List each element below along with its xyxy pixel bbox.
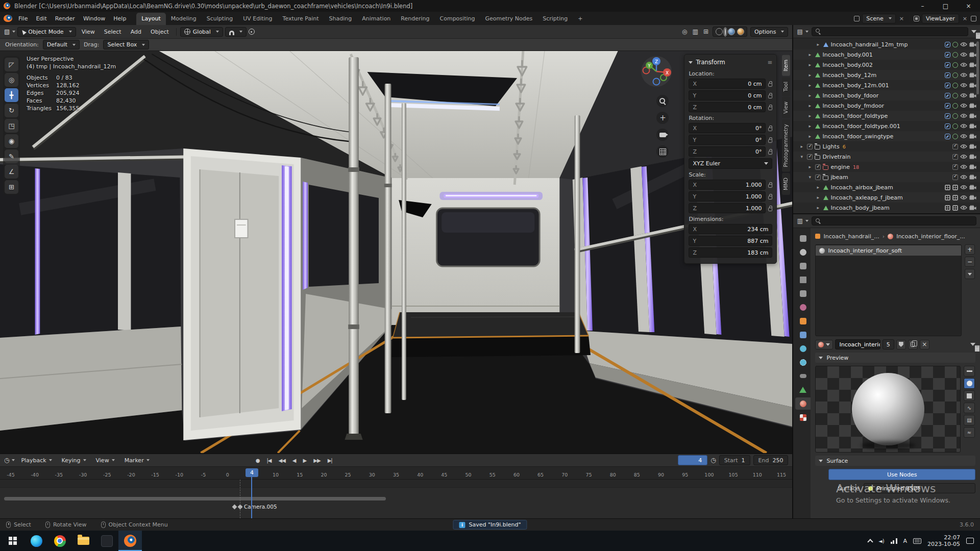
tab-view-layer[interactable] xyxy=(795,273,811,286)
surface-shader-dropdown[interactable]: Principled BSDF xyxy=(864,483,975,493)
viewport-menu[interactable]: Add xyxy=(127,27,145,37)
network-icon[interactable] xyxy=(891,538,897,544)
lock-icon[interactable] xyxy=(768,107,772,110)
expand-arrow-icon[interactable] xyxy=(800,154,805,159)
timeline-editor-type-button[interactable] xyxy=(4,457,15,464)
dimension-field[interactable]: Z183 cm xyxy=(689,247,772,258)
tab-particles[interactable] xyxy=(795,342,811,355)
workspace-tab-sculpting[interactable]: Sculpting xyxy=(202,13,238,25)
hide-in-viewport-icon[interactable] xyxy=(960,154,967,159)
link-icon[interactable] xyxy=(945,93,950,98)
filter-icon[interactable] xyxy=(970,343,975,346)
workspace-tab-layout[interactable]: Layout xyxy=(136,13,165,25)
link-icon[interactable] xyxy=(952,144,958,149)
link-icon[interactable] xyxy=(952,174,958,180)
viewport-menu[interactable]: View xyxy=(78,27,99,37)
maximize-button[interactable]: □ xyxy=(934,0,957,12)
proportional-editing-toggle[interactable] xyxy=(249,29,255,35)
collection-checkbox[interactable] xyxy=(807,144,813,149)
sidebar-tab-view[interactable]: View xyxy=(782,97,790,118)
hide-in-viewport-icon[interactable] xyxy=(960,62,967,67)
outliner-row[interactable]: jbeam xyxy=(793,172,980,182)
hide-in-viewport-icon[interactable] xyxy=(960,174,967,180)
expand-arrow-icon[interactable] xyxy=(817,42,821,47)
new-material-button[interactable] xyxy=(908,340,918,349)
outliner-row[interactable]: Incoach_fdoor_swingtype xyxy=(793,131,980,141)
expand-arrow-icon[interactable] xyxy=(800,144,805,149)
data-icon[interactable] xyxy=(952,72,958,78)
disable-in-render-icon[interactable] xyxy=(969,93,976,98)
next-keyframe-button[interactable]: ▶▶ xyxy=(310,457,323,464)
tool-measure[interactable] xyxy=(5,165,18,179)
tab-world[interactable] xyxy=(795,301,811,313)
viewport-3d[interactable]: User Perspective (4) tmp | Incoach_handr… xyxy=(0,51,792,453)
dimension-field[interactable]: X234 cm xyxy=(689,224,772,234)
expand-arrow-icon[interactable] xyxy=(808,103,813,108)
app-taskbar-button[interactable] xyxy=(95,531,118,551)
outliner-row[interactable]: Incoach_body.002 xyxy=(793,60,980,70)
hide-in-viewport-icon[interactable] xyxy=(960,52,967,57)
expand-arrow-icon[interactable] xyxy=(808,113,813,118)
hide-in-viewport-icon[interactable] xyxy=(960,144,967,149)
shading-wireframe-button[interactable] xyxy=(716,28,723,35)
outliner-row[interactable]: Incoach_axleapp_f_jbeam xyxy=(793,192,980,203)
lock-icon[interactable] xyxy=(768,128,772,131)
timeline-menu[interactable]: View xyxy=(92,456,118,465)
screen-layout-icon[interactable] xyxy=(971,16,976,21)
timeline-menu[interactable]: Marker xyxy=(121,456,153,465)
data-icon[interactable] xyxy=(952,62,958,68)
jump-end-button[interactable]: ▶| xyxy=(325,457,335,464)
outliner-row[interactable]: Drivetrain xyxy=(793,152,980,162)
timeline-marker[interactable]: Camera.005 xyxy=(233,504,277,510)
outliner-row[interactable]: Incoach_body.001 xyxy=(793,49,980,60)
expand-arrow-icon[interactable] xyxy=(808,174,813,180)
timeline-menu[interactable]: Keying xyxy=(58,456,90,465)
hide-in-viewport-icon[interactable] xyxy=(960,83,967,88)
current-frame-field[interactable]: 4 xyxy=(678,455,707,465)
topbar-menu[interactable]: Window xyxy=(79,14,109,23)
tab-output[interactable] xyxy=(795,260,811,272)
disable-in-render-icon[interactable] xyxy=(969,83,976,88)
topbar-menu[interactable]: Help xyxy=(109,14,130,23)
options-dropdown[interactable]: Options xyxy=(750,27,788,37)
link-icon[interactable] xyxy=(945,195,950,201)
scale-field[interactable]: Z1.000 xyxy=(689,203,766,213)
start-button[interactable] xyxy=(1,531,24,551)
surface-section-header[interactable]: Surface xyxy=(815,456,975,466)
workspace-tab-rendering[interactable]: Rendering xyxy=(396,13,434,25)
end-frame-field[interactable]: End250 xyxy=(753,455,789,465)
outliner-row[interactable]: Incoach_fdoor_foldtype.001 xyxy=(793,121,980,131)
lock-icon[interactable] xyxy=(768,139,772,143)
rotation-field[interactable]: Y0° xyxy=(689,135,766,145)
start-frame-field[interactable]: Start1 xyxy=(719,455,750,465)
link-icon[interactable] xyxy=(945,103,950,109)
tab-scene[interactable] xyxy=(795,287,811,299)
data-icon[interactable] xyxy=(952,195,958,201)
workspace-tab-texture-paint[interactable]: Texture Paint xyxy=(278,13,324,25)
data-icon[interactable] xyxy=(952,83,958,88)
drag-dropdown[interactable]: Select Box xyxy=(103,40,149,49)
workspace-tab-animation[interactable]: Animation xyxy=(357,13,396,25)
tab-render[interactable] xyxy=(795,246,811,258)
breadcrumb-material[interactable]: Incoach_interior_floor_... xyxy=(896,233,965,240)
show-gizmo-toggle[interactable]: ◎ xyxy=(681,28,688,36)
explorer-taskbar-button[interactable] xyxy=(71,531,95,551)
scene-unlink-icon[interactable]: × xyxy=(898,15,905,22)
location-field[interactable]: Y0 cm xyxy=(689,90,766,101)
viewport-menu[interactable]: Select xyxy=(101,27,125,37)
sidebar-tab-tool[interactable]: Tool xyxy=(782,77,790,96)
hidden-icons-chevron[interactable] xyxy=(867,539,873,544)
shading-material-button[interactable] xyxy=(728,28,735,35)
viewport-canvas[interactable] xyxy=(0,51,792,453)
snapping-selector[interactable] xyxy=(225,27,247,37)
blender-logo-icon[interactable] xyxy=(4,15,12,22)
disable-in-render-icon[interactable] xyxy=(969,174,976,180)
hide-in-viewport-icon[interactable] xyxy=(960,134,967,139)
timeline-tracks[interactable]: Camera.005 xyxy=(0,480,792,518)
workspace-tab-add[interactable]: + xyxy=(573,13,587,25)
link-icon[interactable] xyxy=(945,62,950,68)
material-slot-row[interactable]: Incoach_interior_floor_soft xyxy=(816,245,961,256)
link-icon[interactable] xyxy=(945,42,950,47)
language-indicator[interactable]: A xyxy=(903,538,908,544)
outliner-row[interactable]: Incoach_fdoor_foldtype xyxy=(793,111,980,121)
